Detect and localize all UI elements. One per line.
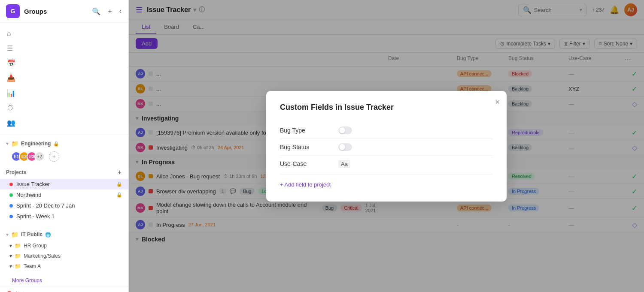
- folder-icon: 📁: [15, 243, 21, 249]
- chevron-down-icon: ▾: [6, 232, 9, 238]
- bug-status-field-label: Bug Status: [280, 144, 331, 151]
- left-nav: ⌂ ☰ 📅 📥 📊 ⏱ 👥: [0, 23, 128, 134]
- app-logo[interactable]: G: [6, 4, 20, 18]
- project-dot-red: [9, 183, 13, 186]
- nav-calendar[interactable]: 📅: [0, 56, 128, 71]
- engineering-avatars: E1 E2 E3 +2 +: [0, 150, 128, 164]
- subgroup-hr-label: HR Group: [24, 243, 47, 249]
- bug-type-field-label: Bug Type: [280, 127, 331, 134]
- chevron-down-icon: ▾: [6, 141, 9, 147]
- nav-people[interactable]: 👥: [0, 115, 128, 130]
- folder-icon: 📁: [15, 263, 21, 269]
- calendar-icon: 📅: [7, 59, 15, 67]
- inbox-icon: 📥: [7, 74, 15, 82]
- group-engineering-label: Engineering: [21, 141, 51, 147]
- project-northwind-label: Northwind: [16, 192, 42, 198]
- projects-label: Projects: [6, 169, 26, 175]
- analytics-icon: 📊: [7, 89, 15, 97]
- add-member-button[interactable]: +: [49, 151, 59, 162]
- chevron-down-icon: ▾: [9, 243, 12, 249]
- search-icon[interactable]: 🔍: [91, 6, 101, 16]
- modal-field-bug-type: Bug Type: [280, 122, 493, 139]
- group-it-public-header[interactable]: ▾ 📁 IT Public 🌐: [0, 229, 128, 241]
- modal-divider: [280, 174, 493, 175]
- globe-icon: 🌐: [45, 232, 51, 238]
- help-button[interactable]: ❓ Help: [0, 286, 128, 292]
- it-public-subgroups: ▾ 📁 HR Group ▾ 📁 Marketing/Sales ▾ 📁 Tea…: [0, 241, 128, 271]
- more-groups-button[interactable]: More Groups: [0, 275, 128, 286]
- group-it-public-label: IT Public: [21, 232, 43, 238]
- project-lock-icon: 🔒: [116, 181, 122, 187]
- subgroup-team-a-label: Team A: [24, 263, 41, 269]
- project-issue-tracker[interactable]: Issue Tracker 🔒: [0, 179, 128, 190]
- modal-overlay[interactable]: Custom Fields in Issue Tracker × Bug Typ…: [129, 0, 644, 292]
- group-engineering-header[interactable]: ▾ 📁 Engineering 🔒: [0, 138, 128, 150]
- avatar-more: +2: [34, 151, 45, 162]
- nav-home[interactable]: ⌂: [0, 26, 128, 41]
- tasks-icon: ☰: [7, 44, 13, 52]
- projects-header: Projects +: [0, 164, 128, 179]
- project-lock-icon: 🔒: [116, 192, 122, 198]
- subgroup-hr[interactable]: ▾ 📁 HR Group: [6, 241, 128, 251]
- nav-time[interactable]: ⏱: [0, 101, 128, 115]
- modal-close-button[interactable]: ×: [495, 98, 500, 107]
- group-engineering: ▾ 📁 Engineering 🔒 E1 E2 E3 +2 + Projects…: [0, 134, 128, 225]
- nav-analytics[interactable]: 📊: [0, 86, 128, 101]
- sidebar: G Groups 🔍 ＋ ‹ ⌂ ☰ 📅 📥 📊 ⏱ 👥: [0, 0, 129, 292]
- subgroup-marketing[interactable]: ▾ 📁 Marketing/Sales: [6, 251, 128, 261]
- toggle-icon[interactable]: [338, 126, 352, 134]
- modal-field-bug-status: Bug Status: [280, 139, 493, 156]
- sidebar-title: Groups: [24, 8, 47, 15]
- main-content: ☰ Issue Tracker ▾ ⓘ 🔍 ▾ ↑ 237 🔔 AJ List …: [129, 0, 644, 292]
- people-icon: 👥: [7, 119, 15, 127]
- sidebar-icons: 🔍 ＋ ‹: [91, 6, 122, 17]
- add-field-button[interactable]: + Add field to project: [280, 178, 331, 191]
- project-sprint-dec[interactable]: Sprint - 20 Dec to 7 Jan: [0, 200, 128, 211]
- add-icon[interactable]: ＋: [106, 6, 114, 17]
- chevron-down-icon: ▾: [9, 263, 12, 269]
- project-issue-tracker-label: Issue Tracker: [16, 181, 50, 187]
- project-sprint-week[interactable]: Sprint - Week 1: [0, 211, 128, 222]
- modal-custom-fields: Custom Fields in Issue Tracker × Bug Typ…: [266, 91, 507, 202]
- subgroup-marketing-label: Marketing/Sales: [24, 253, 61, 259]
- bug-type-field-icon: [338, 126, 352, 134]
- nav-tasks[interactable]: ☰: [0, 41, 128, 56]
- folder-icon: 📁: [11, 231, 18, 238]
- sidebar-top-bar: G Groups 🔍 ＋ ‹: [0, 0, 128, 23]
- lock-icon: 🔒: [53, 141, 59, 147]
- project-sprint-dec-label: Sprint - 20 Dec to 7 Jan: [16, 202, 75, 209]
- modal-field-use-case: Use-Case Aa: [280, 156, 493, 172]
- project-dot-blue: [9, 215, 13, 218]
- toggle-icon[interactable]: [338, 143, 352, 151]
- chevron-down-icon: ▾: [9, 253, 12, 259]
- project-sprint-week-label: Sprint - Week 1: [16, 213, 55, 220]
- use-case-field-icon: Aa: [338, 160, 350, 168]
- project-northwind[interactable]: Northwind 🔒: [0, 190, 128, 200]
- folder-icon: 📁: [15, 253, 21, 259]
- home-icon: ⌂: [7, 30, 11, 37]
- project-dot-green: [9, 193, 13, 197]
- bug-status-field-icon: [338, 143, 352, 151]
- group-it-public: ▾ 📁 IT Public 🌐 ▾ 📁 HR Group ▾ 📁 Marketi…: [0, 225, 128, 275]
- add-project-button[interactable]: +: [117, 168, 122, 177]
- use-case-field-label: Use-Case: [280, 160, 331, 167]
- subgroup-team-a[interactable]: ▾ 📁 Team A: [6, 261, 128, 271]
- text-type-icon: Aa: [338, 160, 350, 168]
- project-dot-blue: [9, 204, 13, 208]
- modal-title: Custom Fields in Issue Tracker: [280, 103, 493, 112]
- nav-inbox[interactable]: 📥: [0, 71, 128, 86]
- folder-icon: 📁: [11, 140, 18, 147]
- time-icon: ⏱: [7, 104, 14, 112]
- back-icon[interactable]: ‹: [118, 6, 122, 16]
